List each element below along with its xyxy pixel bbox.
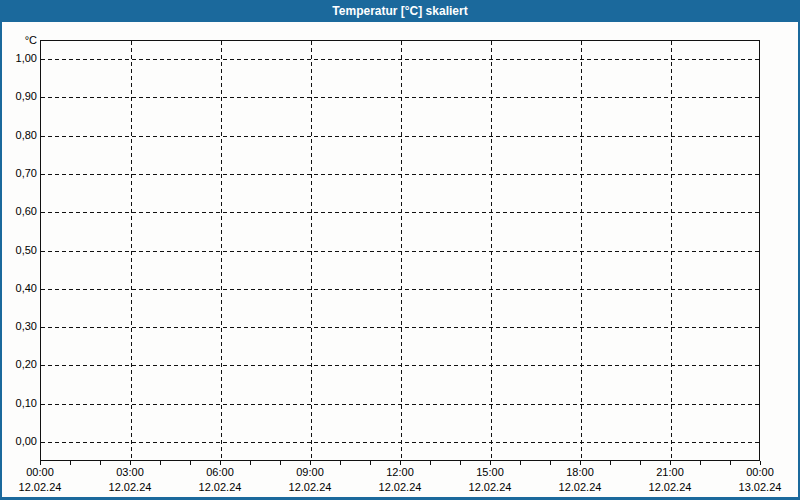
x-minor-tick bbox=[190, 461, 191, 465]
y-tick-label: 0,80 bbox=[4, 129, 37, 142]
x-minor-tick bbox=[670, 461, 671, 465]
y-tick-label: 0,60 bbox=[4, 205, 37, 218]
y-tick-label: 0,20 bbox=[4, 358, 37, 371]
x-tick-time-label: 00:00 bbox=[4, 466, 76, 479]
x-minor-tick bbox=[280, 461, 281, 465]
y-grid-line bbox=[41, 251, 759, 252]
y-tick-label: 0,00 bbox=[4, 435, 37, 448]
x-tick-time-label: 15:00 bbox=[454, 466, 526, 479]
x-tick-time-label: 03:00 bbox=[94, 466, 166, 479]
y-tick-label: 0,40 bbox=[4, 282, 37, 295]
y-tick-label: 0,90 bbox=[4, 90, 37, 103]
x-minor-tick bbox=[640, 461, 641, 465]
x-minor-tick bbox=[370, 461, 371, 465]
x-minor-tick bbox=[550, 461, 551, 465]
x-minor-tick bbox=[700, 461, 701, 465]
x-minor-tick bbox=[460, 461, 461, 465]
x-tick-time-label: 06:00 bbox=[184, 466, 256, 479]
x-minor-tick bbox=[610, 461, 611, 465]
x-minor-tick bbox=[730, 461, 731, 465]
x-grid-line bbox=[131, 41, 132, 460]
x-grid-line bbox=[491, 41, 492, 460]
x-tick-date-label: 12.02.24 bbox=[274, 481, 346, 494]
x-tick-date-label: 12.02.24 bbox=[634, 481, 706, 494]
x-minor-tick bbox=[340, 461, 341, 465]
x-tick-date-label: 12.02.24 bbox=[544, 481, 616, 494]
y-tick-label: 1,00 bbox=[4, 52, 37, 65]
x-tick-date-label: 12.02.24 bbox=[364, 481, 436, 494]
y-tick-label: 0,30 bbox=[4, 320, 37, 333]
x-grid-line bbox=[311, 41, 312, 460]
y-tick-label: 0,50 bbox=[4, 244, 37, 257]
x-minor-tick bbox=[100, 461, 101, 465]
y-grid-line bbox=[41, 59, 759, 60]
x-minor-tick bbox=[490, 461, 491, 465]
x-minor-tick bbox=[310, 461, 311, 465]
x-minor-tick bbox=[580, 461, 581, 465]
y-tick-label: 0,70 bbox=[4, 167, 37, 180]
x-minor-tick bbox=[130, 461, 131, 465]
x-minor-tick bbox=[70, 461, 71, 465]
x-minor-tick bbox=[40, 461, 41, 465]
x-grid-line bbox=[401, 41, 402, 460]
x-minor-tick bbox=[160, 461, 161, 465]
x-minor-tick bbox=[430, 461, 431, 465]
x-tick-date-label: 12.02.24 bbox=[454, 481, 526, 494]
x-tick-date-label: 13.02.24 bbox=[724, 481, 796, 494]
y-grid-line bbox=[41, 97, 759, 98]
y-grid-line bbox=[41, 212, 759, 213]
window-title: Temperatur [°C] skaliert bbox=[332, 4, 467, 18]
x-tick-date-label: 12.02.24 bbox=[184, 481, 256, 494]
window-titlebar: Temperatur [°C] skaliert bbox=[0, 0, 800, 22]
x-tick-time-label: 12:00 bbox=[364, 466, 436, 479]
x-tick-date-label: 12.02.24 bbox=[94, 481, 166, 494]
x-grid-line bbox=[221, 41, 222, 460]
x-minor-tick bbox=[760, 461, 761, 465]
y-grid-line bbox=[41, 136, 759, 137]
x-minor-tick bbox=[520, 461, 521, 465]
y-axis-unit-label: °C bbox=[4, 34, 37, 46]
y-grid-line bbox=[41, 365, 759, 366]
x-minor-tick bbox=[220, 461, 221, 465]
x-tick-time-label: 18:00 bbox=[544, 466, 616, 479]
chart-window: Temperatur [°C] skaliert °C 1,000,900,80… bbox=[0, 0, 800, 500]
x-tick-time-label: 21:00 bbox=[634, 466, 706, 479]
x-minor-tick bbox=[250, 461, 251, 465]
x-tick-date-label: 12.02.24 bbox=[4, 481, 76, 494]
y-grid-line bbox=[41, 442, 759, 443]
x-tick-time-label: 00:00 bbox=[724, 466, 796, 479]
x-minor-tick bbox=[400, 461, 401, 465]
y-grid-line bbox=[41, 174, 759, 175]
y-tick-label: 0,10 bbox=[4, 397, 37, 410]
x-tick-time-label: 09:00 bbox=[274, 466, 346, 479]
x-grid-line bbox=[671, 41, 672, 460]
y-grid-line bbox=[41, 289, 759, 290]
plot-area bbox=[40, 40, 760, 461]
x-grid-line bbox=[581, 41, 582, 460]
y-grid-line bbox=[41, 327, 759, 328]
y-grid-line bbox=[41, 404, 759, 405]
